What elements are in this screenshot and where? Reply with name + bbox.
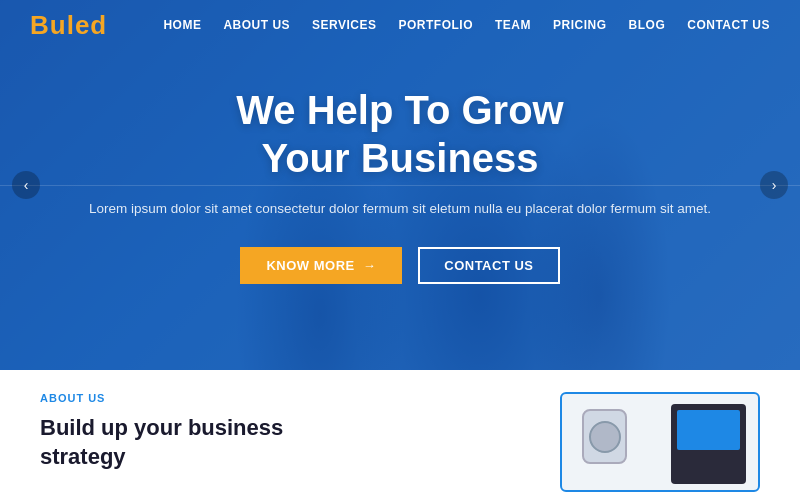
device-decoration — [671, 404, 746, 484]
next-slide-button[interactable]: › — [760, 171, 788, 199]
know-more-label: KNOW MORE — [266, 258, 354, 273]
watch-decoration — [582, 409, 627, 464]
hero-title-line2: Your Business — [261, 136, 538, 180]
about-heading-line2: strategy — [40, 444, 126, 469]
arrow-icon: → — [363, 258, 377, 273]
contact-us-button[interactable]: CONTACT US — [418, 247, 559, 284]
know-more-button[interactable]: KNOW MORE → — [240, 247, 402, 284]
logo: Buled — [30, 10, 107, 41]
hero-title-line1: We Help To Grow — [236, 88, 563, 132]
about-heading: Build up your business strategy — [40, 414, 520, 471]
nav-services[interactable]: SERVICES — [312, 18, 376, 32]
header: Buled HOME ABOUT US SERVICES PORTFOLIO T… — [0, 0, 800, 50]
hero-title: We Help To Grow Your Business — [89, 86, 711, 182]
hero-buttons: KNOW MORE → CONTACT US — [89, 247, 711, 284]
nav-blog[interactable]: BLOG — [629, 18, 666, 32]
about-image-sim — [562, 394, 758, 490]
hero-section: ‹ › We Help To Grow Your Business Lorem … — [0, 0, 800, 370]
prev-slide-button[interactable]: ‹ — [12, 171, 40, 199]
hero-content: We Help To Grow Your Business Lorem ipsu… — [69, 86, 731, 285]
about-text: ABOUT US Build up your business strategy — [40, 392, 520, 471]
nav-team[interactable]: TEAM — [495, 18, 531, 32]
nav-portfolio[interactable]: PORTFOLIO — [399, 18, 474, 32]
hero-subtitle: Lorem ipsum dolor sit amet consectetur d… — [89, 198, 711, 220]
about-section: ABOUT US Build up your business strategy — [0, 370, 800, 500]
about-image — [560, 392, 760, 492]
nav: HOME ABOUT US SERVICES PORTFOLIO TEAM PR… — [163, 18, 770, 32]
about-heading-line1: Build up your business — [40, 415, 283, 440]
nav-about[interactable]: ABOUT US — [223, 18, 290, 32]
about-label: ABOUT US — [40, 392, 520, 404]
nav-home[interactable]: HOME — [163, 18, 201, 32]
nav-contact[interactable]: CONTACT US — [687, 18, 770, 32]
nav-pricing[interactable]: PRICING — [553, 18, 607, 32]
